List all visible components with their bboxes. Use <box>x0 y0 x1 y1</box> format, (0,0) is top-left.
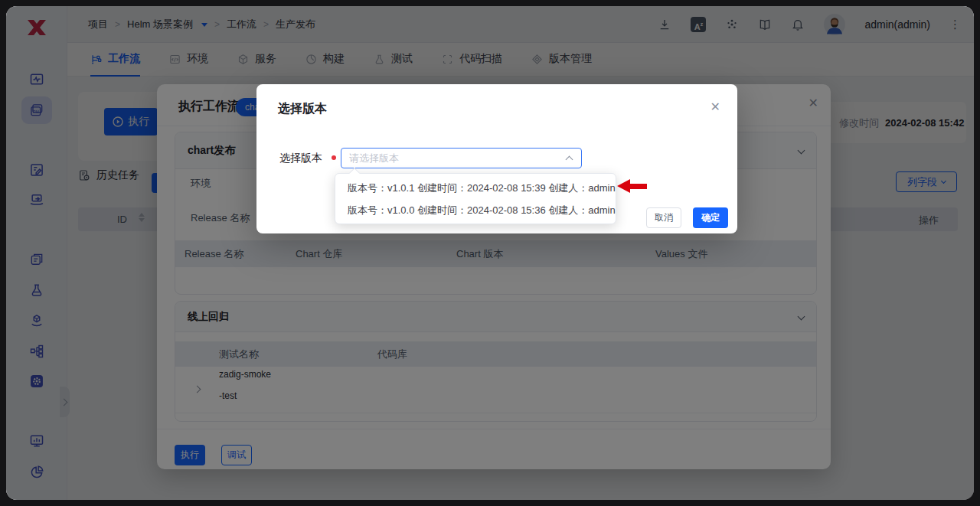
confirm-button[interactable]: 确定 <box>693 207 728 228</box>
required-dot-icon <box>332 155 336 160</box>
version-field-label: 选择版本 <box>279 148 322 168</box>
version-select[interactable] <box>341 148 582 168</box>
app-window: PM 项目 <box>6 6 974 500</box>
version-option-1[interactable]: 版本号：v1.0.1 创建时间：2024-02-08 15:39 创建人：adm… <box>335 177 616 199</box>
version-option-2[interactable]: 版本号：v1.0.0 创建时间：2024-02-08 15:36 创建人：adm… <box>335 199 616 221</box>
modal-close-icon[interactable]: ✕ <box>710 100 720 114</box>
cancel-button[interactable]: 取消 <box>646 207 681 228</box>
version-select-input[interactable] <box>349 149 556 167</box>
annotation-arrow-icon <box>617 179 647 193</box>
modal-title: 选择版本 <box>278 101 327 117</box>
version-options-dropdown: 版本号：v1.0.1 创建时间：2024-02-08 15:39 创建人：adm… <box>335 173 616 224</box>
modal-backdrop <box>6 6 974 500</box>
chevron-up-icon <box>566 156 573 164</box>
